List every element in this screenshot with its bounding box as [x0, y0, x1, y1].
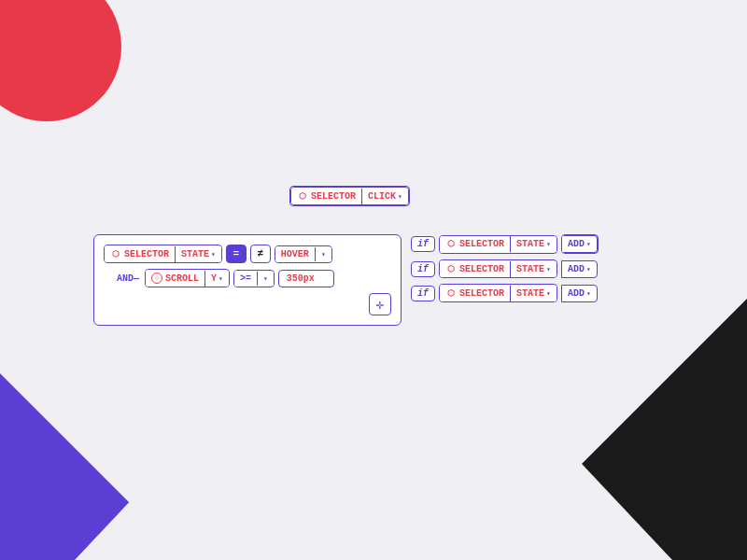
right-selector-pill-1[interactable]: ⬡ SELECTOR [440, 236, 510, 253]
gte-pill[interactable]: >= [234, 271, 257, 287]
hover-pill[interactable]: HOVER [275, 246, 315, 262]
top-chevron-icon: ▾ [398, 192, 402, 201]
selector-state-group-1: ⬡ SELECTOR STATE ▾ [104, 245, 222, 263]
scroll-y-group: ○ SCROLL Y ▾ [145, 269, 230, 287]
right-add-btn-3[interactable]: ADD ▾ [561, 285, 598, 302]
gte-group: >= ▾ [233, 270, 275, 287]
right-add-chevron-2: ▾ [586, 265, 591, 273]
top-selector-label: SELECTOR [311, 191, 356, 202]
gte-chevron: ▾ [263, 274, 268, 283]
right-cursor-icon-1: ⬡ [445, 239, 457, 250]
right-add-group-1: ADD ▾ [561, 234, 599, 254]
right-add-btn-1[interactable]: ADD ▾ [562, 235, 598, 253]
right-selector-label-3: SELECTOR [459, 288, 504, 299]
add-condition-button[interactable]: ✛ [369, 293, 391, 315]
gte-dropdown[interactable]: ▾ [257, 272, 274, 286]
right-row-2: if ⬡ SELECTOR STATE ▾ ADD ▾ [411, 259, 599, 278]
hover-dropdown[interactable]: ▾ [315, 247, 331, 261]
selector-label-1: SELECTOR [124, 249, 169, 259]
and-label: AND— [117, 273, 139, 284]
plus-icon: ✛ [376, 297, 384, 313]
neq-label: ≠ [258, 248, 264, 259]
right-add-btn-2[interactable]: ADD ▾ [561, 260, 598, 278]
scroll-pill[interactable]: ○ SCROLL [146, 270, 204, 287]
if-label-3: if [417, 288, 429, 299]
chevron-1: ▾ [211, 250, 216, 259]
gte-label: >= [240, 273, 251, 284]
right-add-chevron-1: ▾ [586, 240, 591, 248]
value-input[interactable]: 350px [278, 270, 334, 287]
cursor-icon-1: ⬡ [110, 248, 121, 259]
state-dropdown-1[interactable]: STATE ▾ [175, 246, 221, 262]
right-cursor-icon-3: ⬡ [445, 287, 457, 299]
right-state-dropdown-2[interactable]: STATE ▾ [510, 261, 557, 277]
right-rows: if ⬡ SELECTOR STATE ▾ ADD ▾ [411, 234, 599, 302]
condition-panel: ⬡ SELECTOR STATE ▾ = ≠ [93, 234, 402, 326]
right-state-label-2: STATE [516, 264, 544, 274]
condition-row-1: ⬡ SELECTOR STATE ▾ = ≠ [104, 245, 391, 263]
if-label-1: if [417, 239, 429, 249]
right-selector-label-1: SELECTOR [459, 239, 504, 249]
right-state-label-3: STATE [516, 288, 544, 299]
eq-label: = [233, 248, 240, 259]
right-add-chevron-3: ▾ [586, 289, 591, 298]
right-add-label-2: ADD [568, 264, 585, 274]
right-selector-group-2: ⬡ SELECTOR STATE ▾ [439, 259, 557, 278]
scroll-y-label: Y [211, 273, 217, 284]
neq-operator[interactable]: ≠ [250, 245, 271, 263]
right-state-label-1: STATE [516, 239, 544, 249]
right-selector-label-2: SELECTOR [459, 264, 504, 274]
eq-operator[interactable]: = [226, 245, 247, 263]
if-badge-3: if [411, 286, 435, 301]
scroll-y-chevron: ▾ [218, 274, 223, 283]
right-state-dropdown-1[interactable]: STATE ▾ [510, 236, 557, 252]
top-selector-group: ⬡ SELECTOR CLICK ▾ [290, 187, 409, 205]
selector-pill-1[interactable]: ⬡ SELECTOR [105, 245, 175, 262]
condition-add-row: ✛ [104, 293, 391, 315]
if-badge-1: if [411, 236, 435, 252]
right-row-1: if ⬡ SELECTOR STATE ▾ ADD ▾ [411, 234, 599, 254]
scroll-y-dropdown[interactable]: Y ▾ [204, 271, 229, 287]
hover-label: HOVER [281, 249, 309, 259]
top-action-bar: ⬡ SELECTOR CLICK ▾ [289, 186, 410, 206]
right-add-label-1: ADD [568, 239, 585, 249]
value-text: 350px [287, 273, 315, 284]
cursor-icon: ⬡ [297, 190, 308, 202]
right-selector-pill-3[interactable]: ⬡ SELECTOR [440, 285, 510, 301]
if-badge-2: if [411, 261, 435, 277]
ui-container: ⬡ SELECTOR CLICK ▾ ⬡ SELECTOR [93, 234, 654, 326]
right-chevron-3: ▾ [546, 289, 551, 298]
scroll-label: SCROLL [165, 273, 199, 284]
condition-row-2: AND— ○ SCROLL Y ▾ >= [117, 269, 391, 287]
hover-group: HOVER ▾ [275, 245, 332, 263]
top-selector-pill[interactable]: ⬡ SELECTOR [291, 188, 361, 204]
right-row-3: if ⬡ SELECTOR STATE ▾ ADD ▾ [411, 284, 599, 302]
right-add-label-3: ADD [568, 288, 585, 299]
right-selector-group-1: ⬡ SELECTOR STATE ▾ [439, 235, 557, 254]
top-click-dropdown[interactable]: CLICK ▾ [361, 189, 408, 204]
right-selector-group-3: ⬡ SELECTOR STATE ▾ [439, 284, 557, 302]
right-cursor-icon-2: ⬡ [445, 263, 457, 274]
right-state-dropdown-3[interactable]: STATE ▾ [510, 286, 557, 301]
right-chevron-2: ▾ [546, 265, 551, 273]
scroll-icon: ○ [151, 273, 162, 284]
hover-chevron: ▾ [321, 250, 326, 259]
right-chevron-1: ▾ [546, 240, 551, 248]
if-label-2: if [417, 264, 429, 274]
top-click-label: CLICK [368, 191, 396, 202]
state-label-1: STATE [181, 249, 209, 259]
right-selector-pill-2[interactable]: ⬡ SELECTOR [440, 260, 510, 277]
